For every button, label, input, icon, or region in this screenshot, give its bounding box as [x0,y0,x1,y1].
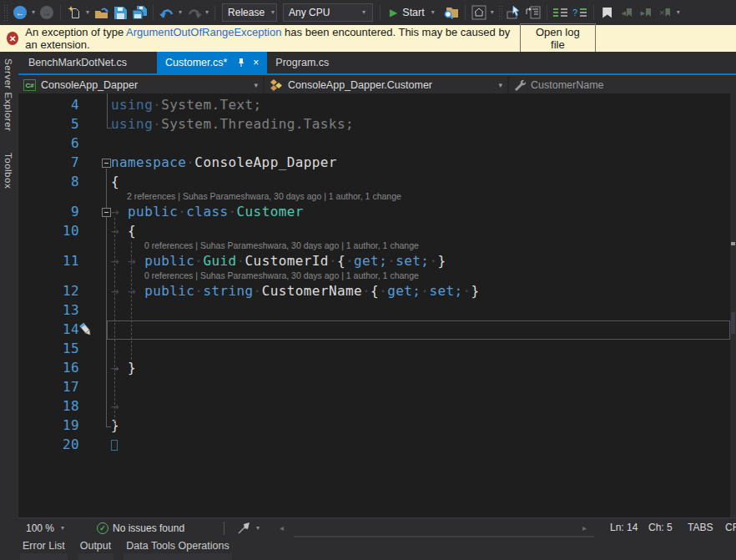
line-number[interactable]: 12 [18,281,79,300]
server-explorer-tab[interactable]: Server Explorer [3,58,13,131]
project-dropdown[interactable]: C# ConsoleApp_Dapper ▾ [18,77,263,93]
undo-dropdown[interactable]: ▾ [177,9,184,16]
scroll-right-arrow[interactable]: ▸ [582,523,587,532]
select-frame-button[interactable] [505,3,523,23]
line-number[interactable]: 13 [18,300,79,320]
undo-icon [159,7,175,19]
collapse-namespace-button[interactable] [102,159,111,168]
line-number[interactable]: 15 [18,339,79,358]
comment-lines-icon [553,7,567,18]
code-line-18[interactable]: 18→ [18,396,736,416]
solution-configuration-combo[interactable]: Release ▾ [222,3,277,22]
code-segment: → → [111,253,144,269]
comment-lines-button[interactable] [552,3,570,23]
home-dropdown[interactable]: ▾ [489,9,496,16]
codelens-text[interactable]: 0 references | Suhas Parameshwara, 30 da… [111,270,419,281]
redo-dropdown[interactable]: ▾ [204,9,210,16]
document-tab-programcs[interactable]: Program.cs [267,52,337,73]
code-line-7[interactable]: 7namespace·ConsoleApp_Dapper [18,153,736,172]
issues-indicator[interactable]: ✓ No issues found [97,518,184,538]
bookmark-icon [665,8,670,17]
zoom-dropdown[interactable]: 100 % ▾ [22,518,70,538]
toggle-bookmark-button[interactable] [598,3,617,23]
open-file-button[interactable] [92,3,110,23]
code-cleanup-button[interactable]: ▾ [237,518,261,538]
codelens-row[interactable]: 0 references | Suhas Parameshwara, 30 da… [18,240,736,251]
open-log-file-button[interactable]: Open log file [520,23,596,53]
save-button[interactable] [111,3,129,23]
line-number[interactable]: 19 [18,416,79,435]
line-number[interactable]: 17 [18,377,79,396]
navigate-forward-button[interactable]: → [38,3,56,23]
pin-icon[interactable] [237,58,245,68]
code-line-5[interactable]: 5using·System.Threading.Tasks; [18,114,736,134]
line-number[interactable]: 9 [18,202,79,221]
clear-bookmarks-button[interactable]: × [656,8,674,18]
wrench-icon [514,79,526,91]
collapse-class-button[interactable] [102,208,111,217]
line-number[interactable]: 6 [18,134,79,153]
code-line-15[interactable]: 15 [18,339,736,358]
panel-tab-output[interactable]: Output [78,537,114,560]
new-file-button[interactable] [65,3,83,23]
codelens-text[interactable]: 0 references | Suhas Parameshwara, 30 da… [111,240,419,251]
code-line-9[interactable]: 9→ public·class·Customer [18,202,736,221]
line-number[interactable]: 8 [18,172,79,191]
line-number[interactable]: 5 [18,114,79,134]
type-dropdown[interactable]: ConsoleApp_Dapper.Customer ▾ [265,77,507,93]
line-number[interactable]: 11 [18,251,79,270]
navigate-back-dropdown[interactable]: ▾ [30,9,37,16]
solution-platform-combo[interactable]: Any CPU ▾ [283,3,373,22]
line-number[interactable]: 4 [18,95,79,114]
line-number[interactable]: 7 [18,153,79,172]
codelens-row[interactable]: 2 references | Suhas Parameshwara, 30 da… [18,191,736,202]
panel-tab-error-list[interactable]: Error List [20,537,68,560]
code-line-20[interactable]: 20 [18,435,736,454]
line-number[interactable]: 20 [18,435,79,454]
bookmark-dropdown[interactable]: ▾ [675,9,682,16]
document-outline-button[interactable] [524,3,542,23]
line-number[interactable]: 14 [18,320,79,339]
code-line-11[interactable]: 11→ → public·Guid·CustomerId·{·get;·set;… [18,251,736,270]
code-line-6[interactable]: 6 [18,134,736,153]
toolbox-tab[interactable]: Toolbox [3,153,13,189]
undo-button[interactable] [158,3,176,23]
toolbar-drag-handle[interactable] [3,4,8,21]
code-line-17[interactable]: 17 [18,377,736,396]
exception-link[interactable]: ArgumentOutOfRangeException [126,26,281,38]
panel-tab-data-tools-operations[interactable]: Data Tools Operations [124,537,231,560]
line-number[interactable]: 16 [18,358,79,377]
home-button[interactable] [470,3,488,23]
uncomment-lines-button[interactable]: ? [571,3,589,23]
codelens-text[interactable]: 2 references | Suhas Parameshwara, 30 da… [111,191,401,202]
next-bookmark-button[interactable]: ▸ [637,8,655,18]
code-line-4[interactable]: 4using·System.Text; [18,95,736,114]
scroll-left-arrow[interactable]: ◂ [280,523,284,532]
document-tab-customercs[interactable]: Customer.cs*× [157,52,267,73]
start-debugging-button[interactable]: ▶ Start ▾ [385,7,441,18]
line-number[interactable]: 10 [18,221,79,240]
find-in-files-button[interactable] [442,3,461,23]
code-segment: · [463,283,471,299]
line-number[interactable]: 18 [18,396,79,416]
code-editor[interactable]: 4using·System.Text;5using·System.Threadi… [18,93,736,517]
member-dropdown[interactable]: CustomerName [509,77,736,93]
previous-bookmark-button[interactable]: ◂ [618,8,636,18]
navigate-back-button[interactable]: ← [11,3,29,23]
code-line-13[interactable]: 13 [18,300,736,320]
close-icon[interactable]: × [253,57,259,68]
scrollbar-thumb[interactable] [731,312,735,334]
document-tab-benchmarkdotnetcs[interactable]: BenchMarkDotNet.cs [20,52,157,73]
redo-button[interactable] [184,3,203,23]
navigate-back-icon: ← [13,6,27,19]
code-line-8[interactable]: 8{ [18,172,736,191]
new-file-dropdown[interactable]: ▾ [84,9,91,16]
save-all-button[interactable] [130,3,149,23]
code-line-16[interactable]: 16→ } [18,358,736,377]
code-segment: } [471,283,480,299]
code-line-19[interactable]: 19} [18,416,736,435]
codelens-row[interactable]: 0 references | Suhas Parameshwara, 30 da… [18,270,736,281]
vertical-scrollbar[interactable] [730,93,736,517]
code-line-12[interactable]: 12→ → public·string·CustomerName·{·get;·… [18,281,736,300]
code-line-10[interactable]: 10→ { [18,221,736,240]
